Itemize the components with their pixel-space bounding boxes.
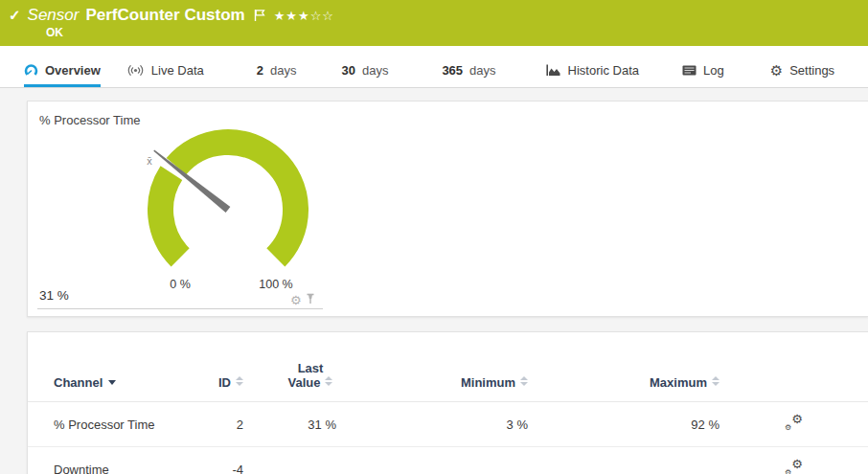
sort-caret-icon [108,380,116,385]
cell-actions: ⚙⚙ [720,402,868,447]
tab-label: days [469,63,495,78]
tab-bar: Overview Live Data 2 days 30 days 365 da… [0,46,868,88]
column-label: ID [218,375,231,390]
tab-overview[interactable]: Overview [24,63,101,87]
tab-2-days[interactable]: 2 days [257,63,297,87]
cell-actions: ⚙⚙ [720,447,868,474]
tab-historic-data[interactable]: Historic Data [546,63,639,87]
sensor-header: ✓ Sensor PerfCounter Custom ★★★☆☆ OK [0,0,868,46]
channel-settings-gears-icon[interactable]: ⚙⚙ [785,460,803,474]
tab-label: Settings [789,63,834,78]
column-label: Maximum [650,375,707,390]
tab-label: Overview [45,63,101,78]
area-chart-icon [546,64,561,77]
column-label: Last Value [288,361,324,390]
tab-log[interactable]: Log [682,63,724,87]
column-header-last-value[interactable]: Last Value [243,332,336,402]
page-title: PerfCounter Custom [85,6,244,25]
tab-label: days [270,63,296,78]
tab-settings[interactable]: ⚙ Settings [770,63,834,87]
object-kind-label: Sensor [28,6,80,25]
channel-table-panel: Channel ID Last Value Minimum Maximum [27,331,868,474]
cell-minimum: 3 % [336,402,528,447]
table-row[interactable]: Downtime-4⚙⚙ [28,447,868,474]
gear-icon: ⚙ [770,63,783,78]
pin-icon[interactable] [305,292,316,307]
cell-maximum: 92 % [528,402,720,447]
gauge-panel: % Processor Time x̄ 0 % 100 % 31 % ⚙ [27,101,868,317]
cell-last-value: 31 % [243,402,336,447]
sort-icon [520,376,528,386]
tab-label: Log [703,63,724,78]
overview-content: % Processor Time x̄ 0 % 100 % 31 % ⚙ [0,88,868,474]
log-icon [682,65,697,76]
processor-time-gauge[interactable]: x̄ 0 % 100 % [123,119,333,301]
tab-number: 2 [257,63,263,78]
broadcast-icon [126,64,145,77]
status-badge: OK [46,26,63,39]
tab-number: 30 [341,63,354,78]
flag-icon[interactable] [254,9,265,22]
status-check-icon: ✓ [9,7,21,24]
gauge-icon [24,63,38,78]
cell-maximum [528,447,720,474]
column-header-actions [720,332,868,402]
tab-label: Historic Data [568,63,639,78]
sort-icon [236,376,243,386]
gauge-max-label: 100 % [259,278,292,291]
column-header-maximum[interactable]: Maximum [528,332,720,402]
gauge-min-label: 0 % [170,278,191,291]
channel-table: Channel ID Last Value Minimum Maximum [28,332,868,474]
cell-minimum [336,447,528,474]
gauge-footer-divider [37,308,323,309]
priority-stars[interactable]: ★★★☆☆ [274,9,334,23]
tab-live-data[interactable]: Live Data [126,63,204,87]
cell-channel[interactable]: % Processor Time [28,402,215,447]
column-label: Minimum [461,375,515,390]
cell-id: 2 [215,402,243,447]
gauge-settings-gear-icon[interactable]: ⚙ [290,294,302,306]
column-header-minimum[interactable]: Minimum [336,332,528,402]
cell-last-value [243,447,336,474]
channel-table-body: % Processor Time231 %3 %92 %⚙⚙Downtime-4… [28,402,868,474]
gauge-current-value: 31 % [39,288,69,303]
column-header-id[interactable]: ID [215,332,243,402]
column-header-channel[interactable]: Channel [28,332,215,402]
tab-label: Live Data [151,63,204,78]
sort-icon [325,376,332,386]
tab-30-days[interactable]: 30 days [341,63,388,87]
average-marker: x̄ [147,155,152,167]
channel-settings-gears-icon[interactable]: ⚙⚙ [785,415,803,431]
tab-number: 365 [442,63,463,78]
tab-label: days [362,63,388,78]
table-row[interactable]: % Processor Time231 %3 %92 %⚙⚙ [28,402,868,447]
column-label: Channel [54,375,103,390]
tab-365-days[interactable]: 365 days [442,63,495,87]
sort-icon [712,376,720,386]
cell-id: -4 [215,447,243,474]
cell-channel[interactable]: Downtime [28,447,215,474]
